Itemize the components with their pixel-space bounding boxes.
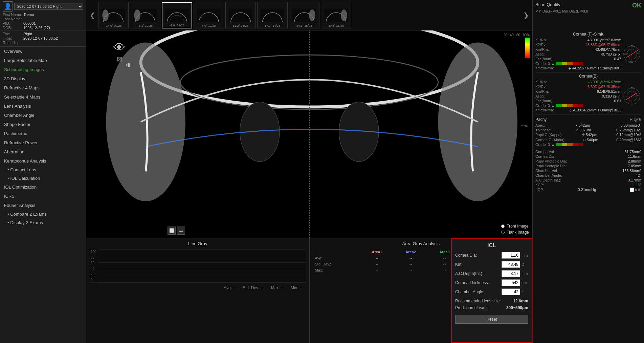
iop-checkbox-label[interactable]: IOP	[630, 188, 641, 192]
eye-value: Right	[23, 32, 32, 36]
grade-f-label: Grade: 0	[535, 62, 550, 66]
ecc8-value: 0.47	[614, 57, 621, 61]
thumb-item-0[interactable]: -14.5° 09/28	[98, 2, 129, 28]
iop-value: 0.21mmHg	[578, 188, 596, 192]
view-btn-rect[interactable]: ▬	[177, 227, 185, 235]
reset-button[interactable]: Reset	[455, 315, 528, 324]
sidebar-item-iol-calc[interactable]: • IOL Calculation	[0, 174, 86, 183]
pupil-photo-label: Pupil Photopic Dia:	[535, 159, 567, 163]
front-image-option[interactable]: Front Image	[501, 224, 529, 229]
sidebar-item-overview[interactable]: Overview	[0, 47, 86, 56]
thumb-item-2[interactable]: -1.6° 11/28	[162, 2, 192, 28]
chamber-angle-input[interactable]	[502, 288, 520, 295]
sidebar-item-lens-analysis[interactable]: Lens Analysis	[0, 102, 86, 111]
scale-bar: 20406080%	[504, 33, 530, 58]
ecc8-label: Ecc(8mm):	[535, 57, 553, 61]
sidebar-item-aberration[interactable]: Aberration	[0, 147, 86, 156]
front-image-label: Front Image	[507, 224, 529, 229]
pupil-scot-row: Pupil Scotopic Dia: 7.05mm	[535, 164, 641, 168]
thumb-item-5[interactable]: 17.7° 14/28	[257, 2, 288, 28]
thumb-next[interactable]: ❯	[522, 11, 530, 19]
area-row-label-2: Max:	[313, 267, 360, 273]
thumb-item-6[interactable]: 24.1° 15/28	[289, 2, 319, 28]
astig-label: Astig:	[535, 52, 545, 56]
apex-r: 0.00mm@0°	[621, 123, 641, 127]
sidebar-item-refractive-4-maps[interactable]: Refractive 4 Maps	[0, 83, 86, 92]
sidebar-item-icrs[interactable]: ICRS	[0, 192, 86, 201]
pred-vault-label: Prediction of vault:	[455, 305, 489, 310]
sidebar-item-display-2[interactable]: • Display 2 Exams	[0, 218, 86, 227]
area-col-area2: Area2	[394, 249, 428, 255]
sidebar-item-shape-factor[interactable]: Shape Factor	[0, 120, 86, 129]
sidebar-item-iol-opt[interactable]: IOL Optimization	[0, 183, 86, 192]
time-label: Time:	[3, 36, 21, 40]
sidebar-item-fourier[interactable]: Fourier Analysis	[0, 201, 86, 210]
thumb-item-4[interactable]: 11.2° 13/28	[225, 2, 256, 28]
cornea-dia-input[interactable]	[502, 252, 520, 259]
time-row: Time: 2020-12-07 13:06:52	[3, 36, 83, 40]
divider-2	[535, 114, 641, 114]
max-stat: Max: --	[271, 285, 284, 290]
sidebar-item-pachimetric[interactable]: Pachimetric	[0, 129, 86, 138]
cornea-thickness-input[interactable]	[502, 279, 520, 286]
sidebar-item-keratoconus[interactable]: Keratoconus Analysis	[0, 156, 86, 166]
pred-vault-row: Prediction of vault: 390~590μm	[455, 305, 528, 310]
line-gray-stats: Avg: -- Std. Dev.: -- Max: -- Min: --	[90, 285, 306, 290]
svg-line-45	[632, 93, 637, 96]
cornea-dia-row: Cornea Dia: mm	[455, 252, 528, 259]
front-radio[interactable]	[501, 224, 505, 228]
ac-depth-unit: mm	[521, 272, 528, 276]
stddev-label: Std. Dev.:	[243, 285, 260, 290]
kmax-b-row: Kmax/Rmin: ◇ -6.39D/6.26mm(1.88mm@101°)	[535, 108, 621, 112]
sidebar-item-3d-display[interactable]: 3D Display	[0, 74, 86, 83]
date-dropdown[interactable]: 2020-12-07 13:06:52 Right	[14, 3, 83, 10]
first-name-label: First Name:	[3, 13, 22, 17]
sidebar-item-contact-lens[interactable]: • Contact Lens	[0, 166, 86, 174]
pupil-c-r: 0.12mm@104°	[616, 133, 641, 137]
chart-y-labels: 100806040200	[90, 249, 97, 282]
sidebar-item-chamber-angle[interactable]: Chamber Angle	[0, 111, 86, 120]
iop-checkbox[interactable]	[630, 188, 634, 192]
view-btn-square[interactable]: ⬜	[168, 227, 176, 235]
svg-point-5	[134, 9, 140, 21]
scheimpflug-image: 👁 👁 ⊠ 20406080% 25% Front Image	[86, 30, 532, 238]
thumb-prev[interactable]: ❮	[88, 11, 97, 19]
kmax-row: Kmax/Rmin: ◆ 44.22D/7.63mm(1.92mm@308°)	[535, 66, 621, 70]
ac-depth-input[interactable]	[502, 270, 520, 277]
km-input[interactable]	[502, 261, 520, 268]
cornea-dia-rp-label: Cornea Dia:	[535, 154, 555, 158]
pupil-c-row: Pupil C.(Kappa): ✛ 542μm 0.12mm@104°	[535, 133, 641, 137]
flank-image-option[interactable]: Flank Image	[501, 230, 529, 235]
remarks-row: Remarks:	[3, 41, 83, 45]
date-row: 👤 2020-12-07 13:06:52 Right	[3, 1, 83, 12]
sidebar-item-selectable-4-maps[interactable]: Selectable 4 Maps	[0, 92, 86, 102]
divider-1	[535, 72, 641, 72]
first-name-row: First Name: Demo	[3, 13, 83, 17]
sidebar-item-compare-2[interactable]: • Compare 2 Exams	[0, 210, 86, 218]
area-cell-0-1: --	[394, 255, 428, 261]
svg-point-24	[438, 43, 517, 201]
thinnest-label: Thinnest:	[535, 128, 551, 132]
sidebar-item-refractive-power[interactable]: Refractive Power	[0, 138, 86, 147]
sidebar-item-large-selectable[interactable]: Large Selectable Map	[0, 56, 86, 65]
svg-text:90°: 90°	[631, 87, 635, 89]
sidebar-item-scheimpflug[interactable]: Scheimpflug Images	[0, 65, 86, 74]
cornea-thickness-unit: μm	[521, 281, 528, 285]
chamber-angle-rp-label: Chamber Angle:	[535, 173, 562, 177]
image-options: Front Image Flank Image	[501, 224, 529, 235]
astig-row: Astig: -0.79D @ 5°	[535, 52, 621, 56]
k1-rh-label: K1/Rh:	[535, 38, 547, 42]
thumb-item-7[interactable]: 30.5° 16/28	[321, 2, 351, 28]
thumb-item-3[interactable]: 4.9° 12/28	[194, 2, 224, 28]
svg-text:0°: 0°	[637, 95, 639, 98]
pid-value: 000001	[23, 21, 36, 25]
thumb-item-1[interactable]: -8.1° 10/28	[130, 2, 160, 28]
chamber-vol-value: 156.86mm³	[622, 169, 641, 173]
km-label: Km:	[455, 262, 500, 267]
cornea-c-label: Cornea C.(Alpha):	[535, 138, 565, 142]
flank-radio[interactable]	[501, 231, 505, 234]
astig-b-row: Astig: 0.31D @ 7°	[535, 94, 621, 98]
lamp-icon-area: 👁 ⊠	[113, 41, 126, 63]
divider-3	[535, 148, 641, 148]
line-gray-title: Line Gray	[90, 241, 306, 246]
